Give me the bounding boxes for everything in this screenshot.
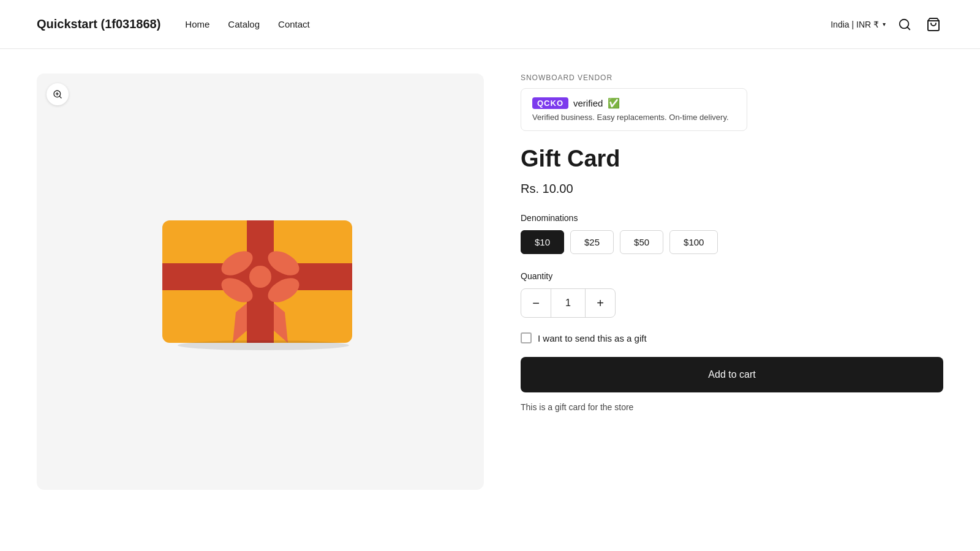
zoom-icon [53, 89, 62, 99]
svg-line-1 [907, 27, 910, 29]
denominations-label: Denominations [521, 213, 943, 223]
header-right: India | INR ₹ ▾ [831, 15, 943, 34]
chevron-down-icon: ▾ [883, 21, 886, 28]
verified-text: verified [573, 98, 603, 108]
quantity-value: 1 [551, 289, 586, 317]
product-details: SNOWBOARD VENDOR QCKO verified ✅ Verifie… [521, 73, 943, 490]
nav-catalog[interactable]: Catalog [228, 19, 260, 29]
quantity-section: Quantity − 1 + [521, 271, 943, 318]
site-logo: Quickstart (1f031868) [37, 17, 160, 31]
denominations-group: $10 $25 $50 $100 [521, 230, 943, 254]
verified-check-icon: ✅ [608, 97, 620, 109]
vendor-tagline: Verified business. Easy replacements. On… [532, 113, 736, 122]
quantity-increment-button[interactable]: + [586, 289, 615, 317]
header-left: Quickstart (1f031868) Home Catalog Conta… [37, 17, 310, 31]
vendor-card: QCKO verified ✅ Verified business. Easy … [521, 88, 747, 131]
gift-checkbox-label[interactable]: I want to send this as a gift [538, 333, 647, 343]
cart-icon [926, 17, 941, 32]
vendor-badge: SNOWBOARD VENDOR QCKO verified ✅ Verifie… [521, 73, 943, 131]
acko-logo: QCKO [532, 97, 568, 109]
nav-home[interactable]: Home [185, 19, 209, 29]
quantity-label: Quantity [521, 271, 943, 281]
gift-card-note: This is a gift card for the store [521, 402, 943, 412]
add-to-cart-button[interactable]: Add to cart [521, 357, 943, 392]
gift-card-image [156, 208, 364, 355]
product-price: Rs. 10.00 [521, 182, 943, 196]
nav-contact[interactable]: Contact [278, 19, 310, 29]
quantity-decrement-button[interactable]: − [521, 289, 551, 317]
main-nav: Home Catalog Contact [185, 19, 309, 29]
vendor-label: SNOWBOARD VENDOR [521, 73, 943, 82]
gift-checkbox-row: I want to send this as a gift [521, 332, 943, 343]
vendor-card-top: QCKO verified ✅ [532, 97, 736, 109]
locale-text: India | INR ₹ [831, 20, 879, 29]
search-icon [898, 18, 911, 31]
main-content: SNOWBOARD VENDOR QCKO verified ✅ Verifie… [0, 49, 980, 514]
denomination-100[interactable]: $100 [669, 230, 718, 254]
svg-point-17 [178, 340, 349, 350]
product-title: Gift Card [521, 146, 943, 172]
quantity-stepper: − 1 + [521, 288, 616, 318]
cart-button[interactable] [924, 15, 943, 34]
site-header: Quickstart (1f031868) Home Catalog Conta… [0, 0, 980, 49]
zoom-button[interactable] [47, 83, 69, 105]
product-gallery [37, 73, 484, 490]
gift-checkbox[interactable] [521, 332, 532, 343]
denomination-50[interactable]: $50 [620, 230, 663, 254]
svg-line-4 [59, 96, 61, 98]
denomination-10[interactable]: $10 [521, 230, 564, 254]
locale-selector[interactable]: India | INR ₹ ▾ [831, 20, 886, 29]
search-button[interactable] [895, 15, 914, 34]
denomination-25[interactable]: $25 [570, 230, 614, 254]
svg-point-10 [249, 266, 271, 288]
